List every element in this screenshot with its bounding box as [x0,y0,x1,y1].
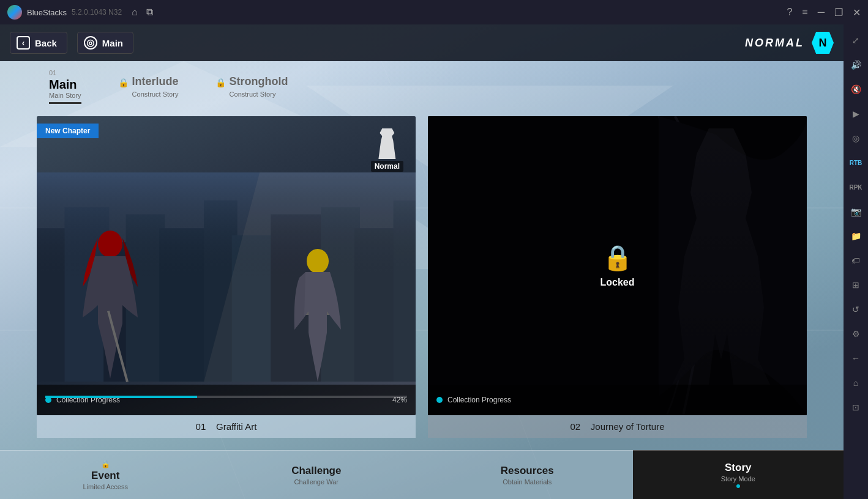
sidebar-layers-btn[interactable]: ⊞ [845,274,867,296]
tab-main-name: Main [49,78,77,92]
main-circle-icon: ◎ [84,36,97,50]
tab-main-sub: Main Story [49,92,81,99]
sidebar-home-btn[interactable]: ⌂ [845,372,867,394]
resources-tab-sub: Obtain Materials [503,478,552,486]
card1-label: 01 Graffiti Art [37,415,416,438]
card1-chapter-name: Graffiti Art [216,421,256,432]
card2-progress-label: Collection Progress [447,396,798,404]
close-icon[interactable]: ✕ [853,7,861,18]
card1-progress-container: Collection Progress 42% [37,385,416,415]
app-name: BlueStacks [27,8,67,17]
resources-tab-name: Resources [501,465,554,477]
event-tab-name: Event [91,470,119,482]
sidebar-overview-btn[interactable]: ⊡ [845,396,867,418]
header: ‹ Back ◎ Main NORMAL N [0,24,844,61]
sidebar-mute-btn[interactable]: 🔇 [845,78,867,100]
interlude-lock-icon: 🔒 [118,78,129,87]
bottom-tab-event[interactable]: 🔒 Event Limited Access [0,450,211,499]
difficulty-icon: N [812,32,834,54]
windows-nav-icon[interactable]: ⧉ [146,7,153,18]
sidebar-back-btn[interactable]: ← [845,347,867,369]
card2-progress-container: Collection Progress [428,385,807,415]
card1-chapter-num: 01 [196,421,206,432]
titlebar: BlueStacks 5.2.0.1043 N32 ⌂ ⧉ ? ≡ ─ ❐ ✕ [0,0,868,24]
tab-interlude[interactable]: 🔒 Interlude Construct Story [118,75,179,104]
back-arrow-icon: ‹ [17,36,30,50]
new-chapter-text: New Chapter [45,127,90,135]
tab-main[interactable]: 01 Main Main Story [49,69,81,104]
locked-overlay: 🔒 Locked [428,116,807,415]
card2-image: 🔒 Locked Collection Progress [428,116,807,415]
bottom-tab-resources[interactable]: Resources Obtain Materials [422,450,633,499]
event-lock-icon: 🔒 [101,460,110,468]
menu-icon[interactable]: ≡ [802,7,807,18]
difficulty-label: NORMAL [745,37,804,50]
lock-symbol-icon: 🔒 [602,243,633,272]
restore-icon[interactable]: ❐ [834,7,843,18]
minimize-icon[interactable]: ─ [818,7,825,18]
help-icon[interactable]: ? [787,7,792,18]
bluestacks-logo [7,5,22,20]
sidebar-camera-btn[interactable]: 📷 [845,201,867,223]
story-tab-dot [736,484,740,488]
tab-stronghold[interactable]: 🔒 Stronghold Construct Story [215,75,288,104]
sidebar-tag-btn[interactable]: 🏷 [845,250,867,272]
card2-label: 02 Journey of Torture [428,415,807,438]
tab-interlude-content: 🔒 Interlude Construct Story [118,75,179,99]
titlebar-controls: ? ≡ ─ ❐ ✕ [787,7,861,18]
story-tab-name: Story [725,462,751,474]
sidebar-target-btn[interactable]: ◎ [845,127,867,149]
card1-image: New Chapter Normal Collection Progress 4… [37,116,416,415]
back-button[interactable]: ‹ Back [10,32,67,54]
tab-interlude-sub: Construct Story [132,91,179,98]
svg-point-24 [307,249,329,273]
back-label: Back [35,38,57,48]
n-letter: N [819,37,827,50]
tab-stronghold-sub: Construct Story [230,91,276,98]
sidebar-folder-btn[interactable]: 📁 [845,225,867,247]
character2 [269,244,367,385]
challenge-tab-name: Challenge [291,465,341,477]
locked-text: Locked [600,277,634,288]
main-label: Main [102,38,123,48]
chapter-card-1[interactable]: New Chapter Normal Collection Progress 4… [37,116,416,438]
event-tab-sub: Limited Access [83,483,128,490]
content-area: New Chapter Normal Collection Progress 4… [0,104,844,450]
card2-chapter-num: 02 [571,421,581,432]
bottom-tab-story[interactable]: Story Story Mode [633,450,844,499]
chapter-card-2[interactable]: 🔒 Locked Collection Progress 02 Journey … [428,116,807,438]
card2-progress-dot [436,397,443,403]
story-tab-sub: Story Mode [721,475,755,482]
card1-progress-bar-bg [45,396,407,398]
stronghold-lock-icon: 🔒 [215,78,226,87]
sidebar-rtb-btn[interactable]: RTB [845,152,867,174]
sidebar-record-btn[interactable]: ▶ [845,103,867,125]
chess-piece-container: Normal [371,128,403,172]
sidebar-settings-btn[interactable]: ⚙ [845,323,867,345]
titlebar-nav: ⌂ ⧉ [132,7,153,18]
svg-point-21 [98,231,122,257]
tab-stronghold-name: Stronghold [230,75,288,87]
sidebar-refresh-btn[interactable]: ↺ [845,298,867,320]
tab-stronghold-content: 🔒 Stronghold Construct Story [215,75,288,99]
bottom-tab-challenge[interactable]: Challenge Challenge War [211,450,422,499]
tab-main-number: 01 [49,69,56,76]
home-nav-icon[interactable]: ⌂ [132,7,138,18]
right-sidebar: ⤢ 🔊 🔇 ▶ ◎ RTB RPK 📷 📁 🏷 ⊞ ↺ ⚙ ← ⌂ ⊡ [844,24,868,499]
sidebar-volume-btn[interactable]: 🔊 [845,54,867,76]
main-button[interactable]: ◎ Main [77,32,133,54]
chess-piece-icon [375,128,399,159]
sidebar-expand-btn[interactable]: ⤢ [845,29,867,51]
chess-label: Normal [371,161,403,172]
sidebar-rpk-btn[interactable]: RPK [845,176,867,198]
game-area: ‹ Back ◎ Main NORMAL N 01 Main Main Stor… [0,24,844,499]
bottom-tab-bar: 🔒 Event Limited Access Challenge Challen… [0,450,844,499]
tab-interlude-name: Interlude [132,75,179,87]
challenge-tab-sub: Challenge War [294,478,339,486]
character1 [49,226,171,385]
card2-chapter-name: Journey of Torture [591,421,665,432]
card1-progress-bar-fill [45,396,197,398]
new-chapter-badge: New Chapter [37,124,99,138]
tab-bar: 01 Main Main Story 🔒 Interlude Construct… [0,61,844,104]
app-version: 5.2.0.1043 N32 [72,8,122,17]
